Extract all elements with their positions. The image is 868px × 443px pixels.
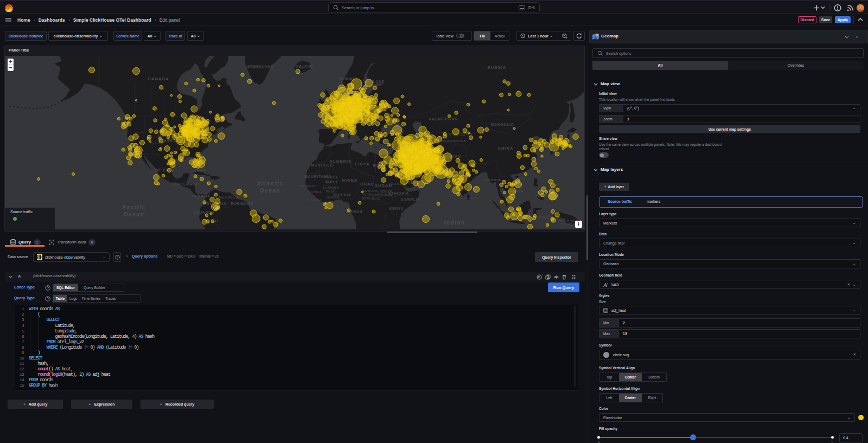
svg-text:LIBYA: LIBYA — [355, 162, 369, 166]
svg-text:AFRICAN: AFRICAN — [363, 193, 379, 196]
svg-text:Indian: Indian — [444, 220, 465, 226]
svg-text:ALGERIA: ALGERIA — [329, 159, 352, 164]
svg-text:GUINEA: GUINEA — [308, 190, 322, 194]
svg-text:SOMALIA: SOMALIA — [401, 197, 420, 201]
svg-text:CANADA: CANADA — [148, 76, 169, 81]
svg-text:TUNISIA: TUNISIA — [324, 176, 339, 179]
svg-text:SOUTH: SOUTH — [380, 190, 393, 193]
svg-text:MONGOLIA: MONGOLIA — [491, 123, 514, 126]
svg-text:PANAMA: PANAMA — [192, 194, 210, 198]
svg-text:CENTRAL: CENTRAL — [362, 189, 379, 192]
svg-text:SUDAN: SUDAN — [380, 194, 392, 197]
svg-text:Pacific: Pacific — [122, 204, 145, 210]
svg-text:KENYA: KENYA — [390, 207, 404, 210]
svg-text:SRI LANKA: SRI LANKA — [459, 196, 478, 200]
svg-text:MALI: MALI — [326, 179, 338, 184]
svg-text:GUINEA: GUINEA — [561, 223, 575, 226]
svg-text:RUSSIA: RUSSIA — [488, 65, 507, 70]
svg-text:NIGER: NIGER — [342, 178, 358, 183]
svg-text:GHANA: GHANA — [327, 196, 340, 199]
svg-text:MYANMAR: MYANMAR — [483, 178, 501, 182]
svg-text:Atlantic: Atlantic — [256, 181, 283, 187]
svg-text:SURINAME: SURINAME — [231, 202, 253, 206]
svg-text:BURKINA: BURKINA — [323, 186, 339, 189]
svg-text:Ocean: Ocean — [260, 188, 281, 194]
svg-text:ICELAND: ICELAND — [294, 65, 313, 68]
svg-text:REPUBLIC: REPUBLIC — [362, 197, 380, 200]
svg-text:MOROCCO: MOROCCO — [311, 163, 334, 167]
svg-text:LIBERIA: LIBERIA — [308, 198, 322, 202]
svg-text:GREENLAND: GREENLAND — [247, 65, 273, 68]
svg-text:GUATEMALA: GUATEMALA — [171, 182, 198, 186]
svg-text:KAZAKHSTAN: KAZAKHSTAN — [429, 117, 458, 121]
svg-text:MEXICO: MEXICO — [155, 168, 175, 172]
svg-text:Ocean: Ocean — [124, 211, 145, 217]
svg-text:FASO: FASO — [326, 190, 336, 193]
svg-text:CHINA: CHINA — [497, 146, 513, 151]
svg-text:CHAD: CHAD — [360, 182, 374, 187]
svg-text:CUBA: CUBA — [194, 169, 206, 172]
svg-text:SENEGAL: SENEGAL — [299, 184, 317, 188]
